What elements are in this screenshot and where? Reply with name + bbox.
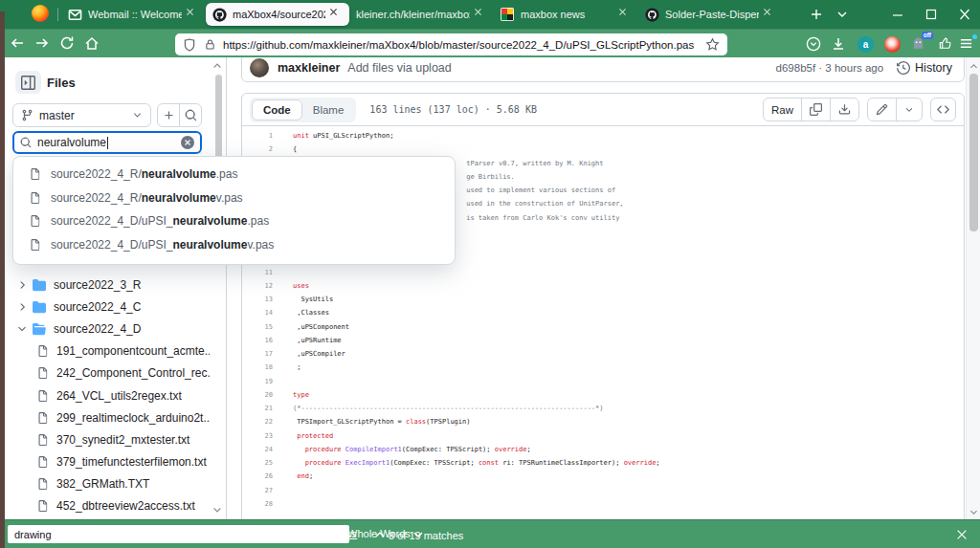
line-number[interactable]: 13	[242, 293, 273, 306]
tree-folder-item[interactable]: source2022_4_C	[0, 296, 210, 318]
page-like-icon[interactable]	[938, 36, 953, 52]
close-tab-icon[interactable]	[763, 8, 776, 21]
line-number[interactable]: 24	[242, 443, 273, 456]
list-tabs-chevron-icon[interactable]	[835, 10, 849, 19]
commit-message[interactable]: Add files via upload	[347, 61, 451, 75]
page-scrollbar[interactable]	[966, 57, 980, 519]
url-bar[interactable]: https://github.com/maxkleiner/maXbox4/bl…	[175, 33, 727, 55]
close-tab-icon[interactable]	[474, 8, 487, 21]
close-tab-icon[interactable]	[186, 8, 199, 21]
search-result-item[interactable]: source2022_4_R/neuralvolumev.pas	[13, 186, 455, 210]
browser-tab[interactable]: maXbox4/source2022_4_D/uP	[206, 3, 349, 26]
branch-selector[interactable]: master	[12, 103, 151, 127]
line-number[interactable]: 17	[242, 347, 273, 361]
tree-file-item[interactable]: 264_VCL_utils2regex.txt	[0, 384, 210, 406]
back-icon[interactable]	[10, 35, 25, 51]
ghostery-off-icon[interactable]: off	[911, 36, 926, 52]
line-number[interactable]: 25	[242, 456, 273, 470]
minimize-button[interactable]	[891, 9, 904, 20]
menu-hamburger-icon[interactable]	[959, 36, 974, 52]
tree-file-item[interactable]: 299_realtimeclock_arduino2t...	[0, 406, 210, 428]
tab-code[interactable]: Code	[252, 99, 302, 121]
line-number[interactable]: 23	[242, 429, 273, 443]
download-icon[interactable]	[830, 99, 858, 121]
tree-file-item[interactable]: 452_dbtreeview2access.txt	[0, 495, 210, 517]
line-number[interactable]: 15	[242, 320, 273, 334]
page-scroll-down-icon[interactable]	[969, 507, 979, 517]
sidebar-scrollbar-thumb[interactable]	[215, 75, 222, 165]
copy-icon[interactable]	[801, 99, 830, 121]
tree-file-item[interactable]: 382_GRMath.TXT	[0, 473, 210, 495]
chevron-down-icon[interactable]	[16, 323, 28, 335]
symbols-panel-icon[interactable]	[930, 98, 956, 121]
line-number[interactable]: 20	[242, 388, 273, 402]
file-search-input[interactable]: neuralvolume	[12, 131, 202, 154]
browser-tab[interactable]: kleiner.ch/kleiner/maxbox_functio	[349, 0, 494, 29]
chevron-right-icon[interactable]	[16, 301, 28, 313]
url-text[interactable]: https://github.com/maxkleiner/maXbox4/bl…	[223, 39, 705, 51]
downloads-icon[interactable]	[831, 36, 846, 52]
checkbox-icon[interactable]	[159, 528, 170, 539]
line-number[interactable]: 26	[242, 470, 273, 483]
pocket-icon[interactable]	[806, 36, 821, 52]
line-number[interactable]: 12	[242, 279, 273, 293]
edit-pencil-icon[interactable]	[868, 99, 896, 121]
chevron-right-icon[interactable]	[16, 279, 28, 291]
browser-tab[interactable]: maxbox news	[494, 0, 638, 29]
add-file-button[interactable]	[158, 104, 179, 126]
tree-folder-item[interactable]: source2022_4_D	[0, 318, 210, 340]
tree-file-item[interactable]: 370_synedit2_mxtester.txt	[0, 428, 210, 450]
history-button[interactable]: History	[897, 61, 952, 75]
shield-icon[interactable]	[183, 38, 196, 52]
tree-folder-item[interactable]: source2022_3_R	[0, 274, 210, 296]
amazon-assistant-icon[interactable]: a	[858, 36, 874, 53]
line-number[interactable]: 28	[242, 497, 273, 511]
browser-tab[interactable]: Solder-Paste-Dispenser/src/D	[638, 0, 783, 29]
collapse-file-tree-button[interactable]	[15, 71, 41, 94]
line-number[interactable]: 16	[242, 334, 273, 347]
clear-search-icon[interactable]	[181, 136, 194, 149]
edit-dropdown-chevron-icon[interactable]	[896, 99, 922, 121]
firefox-logo-icon[interactable]	[32, 5, 51, 24]
close-findbar-icon[interactable]	[955, 528, 969, 541]
tree-file-item[interactable]: 191_componentcount_acmte...	[0, 340, 210, 362]
line-number[interactable]: 14	[242, 306, 273, 319]
maximize-button[interactable]	[924, 9, 938, 20]
search-result-item[interactable]: source2022_4_R/neuralvolume.pas	[13, 163, 455, 186]
new-tab-button[interactable]	[809, 7, 824, 22]
bookmark-star-icon[interactable]	[705, 37, 720, 52]
sidebar-scroll-up-icon[interactable]	[212, 60, 223, 72]
line-number[interactable]: 2	[242, 142, 273, 156]
tab-blame[interactable]: Blame	[302, 99, 355, 121]
line-number[interactable]: 19	[242, 375, 273, 388]
browser-tab[interactable]: Webmail :: Welcome to Webm	[61, 0, 206, 29]
lock-icon[interactable]	[204, 38, 216, 51]
forward-icon[interactable]	[34, 35, 50, 51]
line-number[interactable]: 11	[242, 266, 273, 279]
adblock-icon[interactable]	[884, 36, 901, 53]
sidebar-scroll-down-icon[interactable]	[212, 504, 223, 515]
search-result-item[interactable]: source2022_4_D/uPSI_neuralvolumev.pas	[13, 233, 455, 257]
tree-file-item[interactable]: 242_Component_Control_rec...	[0, 362, 210, 384]
close-window-button[interactable]	[958, 9, 971, 20]
line-number[interactable]: 22	[242, 415, 273, 428]
line-number[interactable]: 21	[242, 402, 273, 415]
close-tab-icon[interactable]	[329, 8, 343, 21]
line-number[interactable]: 27	[242, 484, 273, 497]
line-number[interactable]: 1	[242, 129, 273, 142]
tree-file-item[interactable]: 379_timefunctesterfilemon.txt	[0, 451, 210, 473]
commit-author[interactable]: maxkleiner	[278, 61, 340, 75]
page-scrollbar-thumb[interactable]	[969, 74, 978, 231]
close-tab-icon[interactable]	[618, 8, 632, 21]
checkbox-icon[interactable]	[265, 528, 277, 539]
search-tree-button[interactable]	[179, 104, 201, 126]
reload-icon[interactable]	[59, 35, 75, 51]
page-scroll-up-icon[interactable]	[969, 61, 979, 72]
home-icon[interactable]	[84, 35, 100, 51]
checkbox-icon[interactable]	[330, 528, 342, 539]
search-result-item[interactable]: source2022_4_D/uPSI_neuralvolume.pas	[13, 209, 455, 233]
avatar[interactable]	[250, 58, 269, 77]
checkbox-icon[interactable]	[214, 528, 226, 539]
line-number[interactable]: 18	[242, 361, 273, 374]
raw-button[interactable]: Raw	[764, 99, 801, 121]
